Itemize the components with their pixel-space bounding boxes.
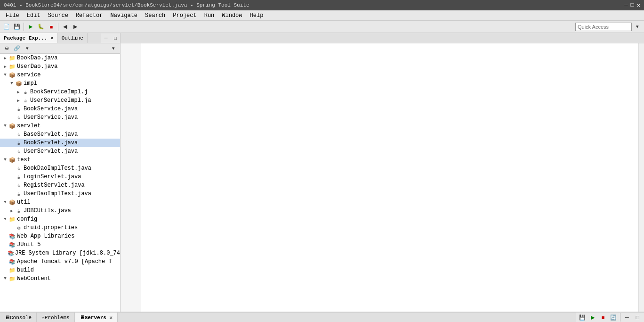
bottom-toolbar: 💾 ▶ ■ 🔄 ─ □ — [576, 313, 644, 322]
bottom-save[interactable]: 💾 — [578, 313, 587, 322]
tree-item[interactable]: ☕BaseServlet.java — [0, 130, 120, 139]
tree-item-icon: 📚 — [8, 241, 16, 248]
menu-item-navigate[interactable]: Navigate — [106, 11, 141, 20]
tree-arrow[interactable]: ▶ — [2, 56, 8, 61]
menu-item-run[interactable]: Run — [201, 11, 218, 20]
title-text: 0401 - BookStore04/src/com/atguigu/servl… — [4, 2, 250, 8]
tree-item[interactable]: ☕BookDaoImplTest.java — [0, 164, 120, 173]
bottom-minimize[interactable]: ─ — [622, 313, 632, 322]
menu-item-refactor[interactable]: Refactor — [72, 11, 107, 20]
sidebar-tree: ▶📁BookDao.java▶📁UserDao.java▼📦service▼📦i… — [0, 54, 120, 312]
sidebar-collapse-all[interactable]: ⊖ — [2, 44, 11, 53]
tree-item[interactable]: ▶☕BookServiceImpl.j — [0, 88, 120, 96]
sidebar: Package Exp... ✕ Outline ─ □ ⊖ 🔗 ▾ ▾ ▶📁B… — [0, 33, 121, 312]
tree-item[interactable]: ▼📦test — [0, 156, 120, 164]
tree-arrow[interactable]: ▶ — [15, 90, 22, 95]
tree-arrow[interactable]: ▶ — [8, 208, 15, 214]
tree-arrow[interactable]: ▶ — [15, 98, 22, 103]
bottom-sep — [620, 313, 620, 322]
bottom-stop[interactable]: ■ — [598, 313, 608, 322]
sidebar-down-arrow[interactable]: ▾ — [109, 44, 118, 53]
tree-item-label: impl — [24, 80, 37, 87]
sidebar-link[interactable]: 🔗 — [12, 44, 22, 53]
tree-item[interactable]: ▼📦service — [0, 71, 120, 79]
maximize-button[interactable]: □ — [631, 2, 634, 9]
tree-item[interactable]: ▼📦util — [0, 198, 120, 206]
tree-arrow[interactable]: ▼ — [2, 124, 8, 128]
bottom-tab-servers[interactable]: 🖥 Servers ✕ — [75, 313, 118, 322]
tree-item[interactable]: ☕UserService.java — [0, 113, 120, 122]
tree-item[interactable]: ▼📦impl — [0, 79, 120, 88]
tree-arrow[interactable]: ▼ — [2, 217, 8, 222]
tree-item[interactable]: ▶☕JDBCUtils.java — [0, 206, 120, 215]
tree-item[interactable]: ▶📁BookDao.java — [0, 54, 120, 62]
tree-item[interactable]: ▶📁UserDao.java — [0, 62, 120, 71]
tree-arrow[interactable]: ▶ — [2, 64, 8, 69]
tree-arrow[interactable]: ▼ — [2, 200, 8, 205]
tree-item-icon: ☕ — [22, 97, 29, 104]
line-numbers — [121, 43, 141, 312]
menu-item-window[interactable]: Window — [218, 11, 246, 20]
sidebar-minimize[interactable]: ─ — [101, 33, 111, 43]
close-button[interactable]: ✕ — [637, 2, 640, 9]
tree-arrow[interactable]: ▼ — [2, 157, 8, 162]
tree-arrow[interactable]: ▼ — [8, 81, 15, 86]
bottom-maximize[interactable]: □ — [633, 313, 642, 322]
menu-item-project[interactable]: Project — [169, 11, 200, 20]
tree-item[interactable]: ☕UserDaoImplTest.java — [0, 190, 120, 198]
sidebar-maximize[interactable]: □ — [111, 33, 120, 43]
toolbar-save[interactable]: 💾 — [12, 22, 22, 32]
toolbar-menu-extra[interactable]: ▾ — [633, 22, 642, 32]
menu-item-search[interactable]: Search — [141, 11, 169, 20]
toolbar-sep-1 — [24, 23, 24, 31]
bottom-tab-console[interactable]: 🖥 Console — [0, 313, 37, 322]
toolbar-back[interactable]: ◀ — [60, 22, 70, 32]
tree-item[interactable]: 📚JUnit 5 — [0, 240, 120, 249]
servers-icon: 🖥 — [80, 314, 85, 321]
tree-item[interactable]: ☕UserServlet.java — [0, 147, 120, 156]
tree-item[interactable]: ▼📁WebContent — [0, 274, 120, 283]
tree-item-icon: 📦 — [8, 156, 16, 164]
bottom-republish[interactable]: 🔄 — [609, 313, 618, 322]
tree-item-label: JDBCUtils.java — [24, 207, 71, 214]
tree-item[interactable]: ☕RegistServlet.java — [0, 181, 120, 190]
tree-item-label: JUnit 5 — [17, 241, 40, 248]
bottom-run[interactable]: ▶ — [588, 313, 597, 322]
tree-arrow[interactable]: ▼ — [2, 73, 8, 77]
toolbar-new[interactable]: 📄 — [2, 22, 11, 32]
menu-item-file[interactable]: File — [2, 11, 23, 20]
toolbar-stop[interactable]: ■ — [47, 22, 56, 32]
tree-item-label: UserDao.java — [17, 63, 57, 70]
tree-item[interactable]: ☕BookService.java — [0, 105, 120, 113]
tree-item[interactable]: 📚JRE System Library [jdk1.8.0_74 — [0, 249, 120, 257]
editor-area — [121, 33, 644, 312]
tree-item-label: UserService.java — [24, 114, 78, 121]
bottom-tab-problems[interactable]: ⚠ Problems — [37, 313, 74, 322]
menu-item-source[interactable]: Source — [44, 11, 72, 20]
tree-item[interactable]: ▼📁config — [0, 215, 120, 223]
tree-arrow[interactable]: ▼ — [2, 276, 8, 281]
toolbar-forward[interactable]: ▶ — [71, 22, 80, 32]
toolbar-debug[interactable]: 🐛 — [36, 22, 46, 32]
tree-item-label: BookServiceImpl.j — [30, 89, 88, 95]
quick-access-input[interactable] — [575, 23, 632, 31]
menu-item-help[interactable]: Help — [246, 11, 267, 20]
tree-item[interactable]: ☕LoginServlet.java — [0, 173, 120, 181]
code-content[interactable] — [141, 43, 638, 312]
tree-item[interactable]: ☕BookServlet.java — [0, 139, 120, 147]
sidebar-tab-outline[interactable]: Outline — [58, 33, 88, 43]
sidebar-menu[interactable]: ▾ — [23, 44, 32, 53]
minimize-button[interactable]: ─ — [624, 2, 628, 9]
tree-item-label: LoginServlet.java — [24, 173, 81, 180]
tree-item[interactable]: ▶☕UserServiceImpl.ja — [0, 96, 120, 105]
toolbar-run[interactable]: ▶ — [26, 22, 35, 32]
tree-item[interactable]: ⚙druid.properties — [0, 223, 120, 232]
tree-item-label: BaseServlet.java — [24, 131, 78, 138]
sidebar-tab-package-explorer[interactable]: Package Exp... ✕ — [0, 33, 58, 43]
tree-item[interactable]: 📁build — [0, 266, 120, 274]
tree-item[interactable]: 📚Web App Libraries — [0, 232, 120, 240]
tree-item[interactable]: ▼📦servlet — [0, 122, 120, 130]
tree-item[interactable]: 📚Apache Tomcat v7.0 [Apache T — [0, 257, 120, 266]
menu-item-edit[interactable]: Edit — [23, 11, 44, 20]
tree-item-icon: ☕ — [15, 148, 23, 155]
